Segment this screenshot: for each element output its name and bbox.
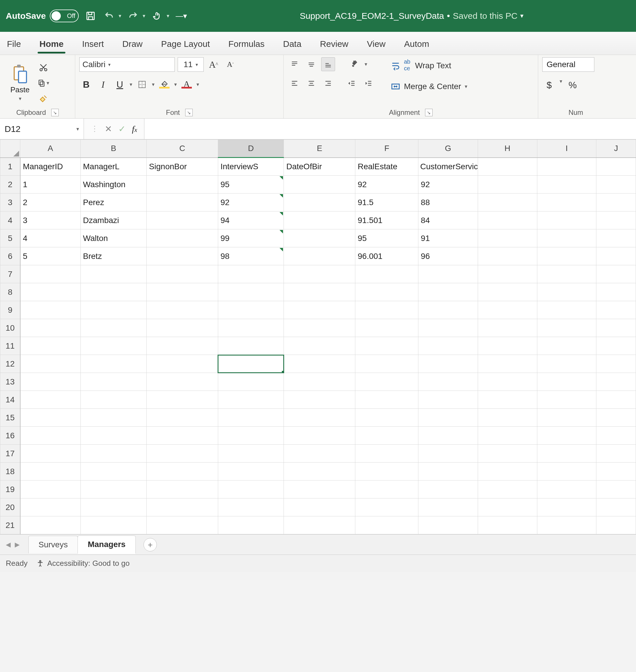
cell[interactable] <box>355 319 418 337</box>
cell[interactable] <box>284 194 355 211</box>
cell[interactable] <box>80 409 146 427</box>
tab-page-layout[interactable]: Page Layout <box>157 34 214 55</box>
cell[interactable] <box>537 158 596 176</box>
cell[interactable] <box>355 481 418 498</box>
touch-dropdown[interactable]: ▾ <box>167 13 169 19</box>
cell[interactable] <box>355 409 418 427</box>
row-header[interactable]: 2 <box>0 176 20 194</box>
cell[interactable] <box>146 265 218 283</box>
table-row[interactable]: 18 <box>0 463 636 481</box>
row-header[interactable]: 4 <box>0 211 20 229</box>
tab-file[interactable]: File <box>3 34 25 55</box>
cell[interactable] <box>537 247 596 265</box>
row-header[interactable]: 15 <box>0 409 20 427</box>
cell[interactable] <box>478 337 537 355</box>
cell[interactable] <box>80 373 146 391</box>
cell[interactable] <box>355 283 418 301</box>
cell[interactable] <box>218 373 284 391</box>
row-header[interactable]: 7 <box>0 265 20 283</box>
row-header[interactable]: 3 <box>0 194 20 211</box>
cell[interactable] <box>218 337 284 355</box>
cell[interactable] <box>355 427 418 445</box>
cell[interactable] <box>284 176 355 194</box>
table-row[interactable]: 15 <box>0 409 636 427</box>
cell[interactable] <box>418 319 478 337</box>
cell[interactable] <box>80 498 146 516</box>
cell[interactable] <box>418 301 478 319</box>
cell[interactable] <box>146 319 218 337</box>
font-dialog-launcher[interactable]: ↘ <box>185 109 193 116</box>
bold-button[interactable]: B <box>79 78 93 91</box>
cell[interactable] <box>537 283 596 301</box>
table-row[interactable]: 8 <box>0 283 636 301</box>
percent-button[interactable]: % <box>566 78 580 92</box>
borders-button[interactable] <box>135 78 149 91</box>
tab-formulas[interactable]: Formulas <box>224 34 269 55</box>
cell[interactable] <box>478 391 537 409</box>
cell[interactable] <box>537 194 596 211</box>
cell[interactable] <box>537 337 596 355</box>
row-header[interactable]: 18 <box>0 463 20 481</box>
cell[interactable] <box>596 516 636 534</box>
paste-button[interactable]: Paste ▾ <box>4 64 36 102</box>
cell[interactable] <box>596 158 636 176</box>
cell[interactable]: 99 <box>218 229 284 247</box>
cell[interactable] <box>20 498 80 516</box>
cell[interactable] <box>284 211 355 229</box>
cell[interactable] <box>478 498 537 516</box>
wrap-text-button[interactable]: abce Wrap Text <box>388 57 470 74</box>
cell[interactable] <box>284 391 355 409</box>
col-header-E[interactable]: E <box>284 140 355 158</box>
cell[interactable]: InterviewS <box>218 158 284 176</box>
cell[interactable] <box>80 391 146 409</box>
cell[interactable] <box>20 265 80 283</box>
cell[interactable] <box>355 445 418 463</box>
cell[interactable] <box>355 355 418 373</box>
cell[interactable] <box>596 463 636 481</box>
cell[interactable] <box>80 265 146 283</box>
cell[interactable] <box>537 229 596 247</box>
cell[interactable] <box>596 445 636 463</box>
sheet-tab-managers[interactable]: Managers <box>78 535 136 554</box>
cell[interactable] <box>478 319 537 337</box>
cell[interactable] <box>596 391 636 409</box>
qat-customize-icon[interactable]: — ▾ <box>175 9 188 23</box>
table-row[interactable]: 43Dzambazi9491.50184 <box>0 211 636 229</box>
cell[interactable] <box>537 265 596 283</box>
row-header[interactable]: 6 <box>0 247 20 265</box>
cell[interactable] <box>537 373 596 391</box>
cell[interactable] <box>218 283 284 301</box>
cell[interactable] <box>284 355 355 373</box>
cell[interactable] <box>218 427 284 445</box>
cell[interactable] <box>20 391 80 409</box>
cell[interactable] <box>596 229 636 247</box>
cell[interactable] <box>596 355 636 373</box>
alignment-dialog-launcher[interactable]: ↘ <box>425 109 433 116</box>
cell[interactable] <box>418 481 478 498</box>
merge-center-button[interactable]: Merge & Center ▾ <box>388 80 470 93</box>
error-indicator-icon[interactable] <box>279 230 283 233</box>
accept-formula-icon[interactable]: ✓ <box>118 124 125 134</box>
table-row[interactable]: 17 <box>0 445 636 463</box>
paste-dropdown-icon[interactable]: ▾ <box>19 96 21 102</box>
sheet-nav-arrows[interactable]: ◀ ▶ <box>6 541 28 548</box>
cell[interactable] <box>478 301 537 319</box>
title-dropdown-icon[interactable]: ▾ <box>520 12 523 20</box>
cell[interactable] <box>218 463 284 481</box>
cell[interactable] <box>478 516 537 534</box>
cell[interactable] <box>146 391 218 409</box>
cell[interactable] <box>537 176 596 194</box>
cell[interactable]: 91.501 <box>355 211 418 229</box>
cell[interactable]: 98 <box>218 247 284 265</box>
error-indicator-icon[interactable] <box>279 212 283 216</box>
cell[interactable] <box>218 409 284 427</box>
merge-dropdown-icon[interactable]: ▾ <box>465 83 467 90</box>
cell[interactable]: 91.5 <box>355 194 418 211</box>
cell[interactable] <box>80 319 146 337</box>
cell[interactable] <box>80 463 146 481</box>
row-header[interactable]: 16 <box>0 427 20 445</box>
cell[interactable] <box>596 427 636 445</box>
row-header[interactable]: 20 <box>0 498 20 516</box>
cell[interactable] <box>146 445 218 463</box>
cell[interactable] <box>218 301 284 319</box>
